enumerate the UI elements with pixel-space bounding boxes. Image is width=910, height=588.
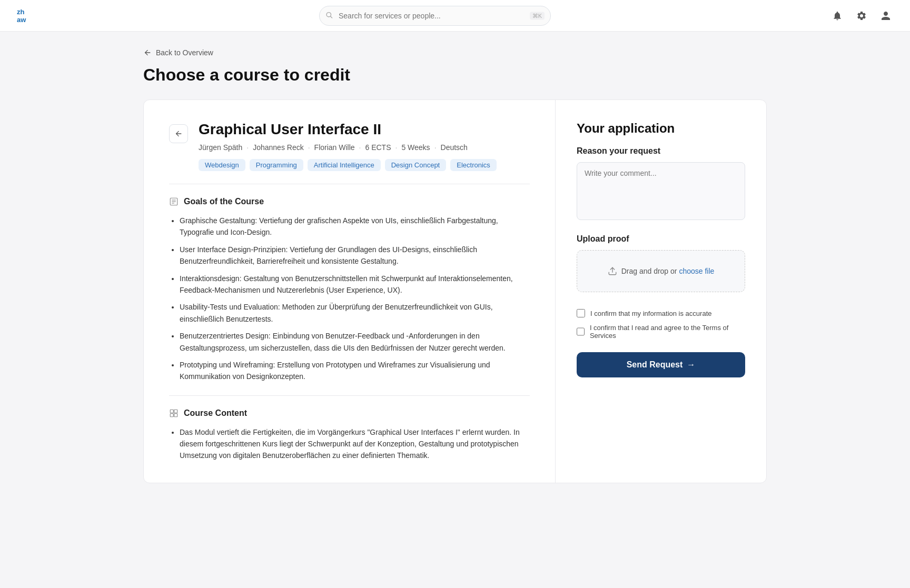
goal-item: Usability-Tests und Evaluation: Methoden… (180, 301, 530, 325)
duration: 5 Weeks (401, 143, 430, 152)
goals-icon (169, 197, 179, 206)
content-item: Das Modul vertieft die Fertigkeiten, die… (180, 426, 530, 462)
search-shortcut: ⌘K (530, 12, 545, 19)
breadcrumb[interactable]: Back to Overview (143, 48, 767, 57)
reason-label: Reason your request (577, 146, 745, 156)
breadcrumb-label: Back to Overview (156, 48, 213, 57)
svg-rect-11 (174, 413, 177, 416)
svg-text:zh: zh (17, 8, 25, 16)
choose-file-link[interactable]: choose file (679, 267, 714, 275)
logo: zh aw (17, 6, 40, 25)
course-meta: Jürgen Späth · Johannes Reck · Florian W… (199, 143, 497, 152)
svg-rect-8 (170, 410, 173, 413)
course-details-panel: Graphical User Interface II Jürgen Späth… (144, 100, 556, 483)
confirm-terms-checkbox[interactable] (577, 327, 585, 336)
course-tags: Webdesign Programming Artificial Intelli… (199, 159, 497, 171)
content-label: Course Content (184, 408, 247, 418)
svg-rect-9 (174, 410, 177, 413)
upload-icon (608, 266, 617, 276)
course-title: Graphical User Interface II (199, 121, 497, 138)
instructor-1: Jürgen Späth (199, 143, 242, 152)
tag-ai: Artificial Intelligence (308, 159, 381, 171)
course-header: Graphical User Interface II Jürgen Späth… (169, 121, 530, 171)
send-arrow-icon: → (687, 360, 695, 370)
header-icons (830, 8, 893, 23)
page-title: Choose a course to credit (143, 65, 767, 85)
svg-rect-10 (170, 413, 173, 416)
application-panel: Your application Reason your request Upl… (556, 100, 766, 483)
confirm-accuracy-label: I confirm that my information is accurat… (590, 310, 711, 317)
checkbox-group: I confirm that my information is accurat… (577, 309, 745, 340)
svg-text:aw: aw (17, 16, 26, 24)
notifications-icon[interactable] (830, 8, 845, 23)
confirm-terms-row[interactable]: I confirm that I read and agree to the T… (577, 324, 745, 340)
upload-label: Upload proof (577, 234, 745, 244)
confirm-accuracy-row[interactable]: I confirm that my information is accurat… (577, 309, 745, 317)
instructor-3: Florian Wille (314, 143, 355, 152)
tag-webdesign: Webdesign (199, 159, 245, 171)
main-content: Back to Overview Choose a course to cred… (118, 32, 792, 500)
language: Deutsch (441, 143, 468, 152)
course-back-button[interactable] (169, 124, 188, 143)
divider-2 (169, 395, 530, 396)
goal-item: Prototyping und Wireframing: Erstellung … (180, 359, 530, 383)
instructor-2: Johannes Reck (253, 143, 304, 152)
search-bar: ⌘K (40, 6, 830, 26)
content-list: Das Modul vertieft die Fertigkeiten, die… (169, 426, 530, 462)
goal-item: Graphische Gestaltung: Vertiefung der gr… (180, 215, 530, 238)
content-section-heading: Course Content (169, 408, 530, 418)
content-icon (169, 408, 179, 418)
goal-item: User Interface Design-Prinzipien: Vertie… (180, 244, 530, 267)
goals-list: Graphische Gestaltung: Vertiefung der gr… (169, 215, 530, 383)
tag-electronics: Electronics (450, 159, 497, 171)
tag-programming: Programming (250, 159, 303, 171)
application-title: Your application (577, 121, 745, 136)
send-request-button[interactable]: Send Request → (577, 352, 745, 377)
reason-textarea[interactable] (577, 162, 745, 220)
goals-label: Goals of the Course (184, 197, 264, 206)
divider-1 (169, 184, 530, 184)
goal-item: Benutzerzentriertes Design: Einbindung v… (180, 330, 530, 354)
upload-text: Drag and drop or choose file (621, 267, 715, 275)
send-button-label: Send Request (627, 360, 683, 370)
ects: 6 ECTS (365, 143, 391, 152)
course-card: Graphical User Interface II Jürgen Späth… (143, 99, 767, 483)
confirm-terms-label: I confirm that I read and agree to the T… (590, 324, 745, 340)
search-icon (325, 11, 333, 20)
tag-design-concept: Design Concept (385, 159, 447, 171)
back-arrow-icon (143, 48, 152, 57)
goal-item: Interaktionsdesign: Gestaltung von Benut… (180, 273, 530, 296)
upload-zone[interactable]: Drag and drop or choose file (577, 250, 745, 292)
svg-line-3 (330, 16, 332, 17)
user-icon[interactable] (878, 8, 893, 23)
goals-section-heading: Goals of the Course (169, 197, 530, 206)
confirm-accuracy-checkbox[interactable] (577, 309, 585, 317)
settings-icon[interactable] (854, 8, 869, 23)
header: zh aw ⌘K (0, 0, 910, 32)
search-input[interactable] (319, 6, 551, 26)
